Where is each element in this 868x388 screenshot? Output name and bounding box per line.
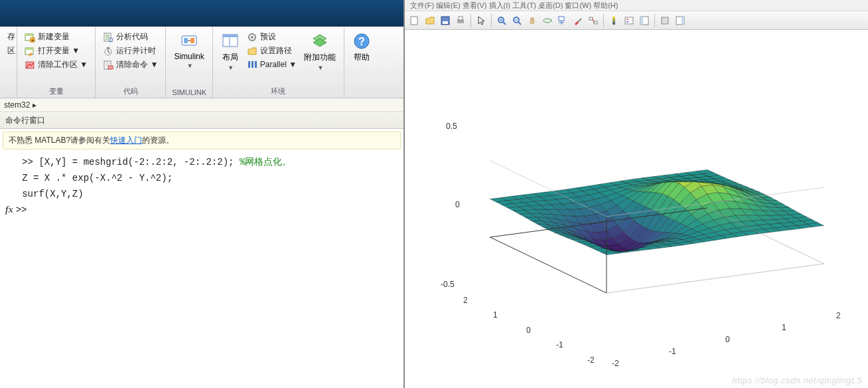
banner-text: 的资源。 xyxy=(142,136,174,145)
rotate3d-icon[interactable] xyxy=(540,13,555,28)
svg-line-44 xyxy=(578,19,581,22)
y-tick: 1 xyxy=(493,310,498,320)
clear-workspace-button[interactable]: 清除工作区 ▼ xyxy=(23,58,90,71)
brush-icon[interactable] xyxy=(571,13,585,28)
quickstart-link[interactable]: 快速入门 xyxy=(110,136,142,145)
clear-cmd-icon xyxy=(103,60,113,70)
toolbar-separator xyxy=(603,14,604,27)
zoom-out-icon[interactable] xyxy=(510,13,524,28)
ploteditor-icon[interactable] xyxy=(637,13,652,28)
banner-text: 不熟悉 MATLAB?请参阅有关 xyxy=(9,136,110,145)
setpath-button[interactable]: 设置路径 xyxy=(245,45,299,57)
pointer-icon[interactable] xyxy=(474,13,488,28)
link-icon[interactable] xyxy=(586,13,601,28)
prompt-line[interactable]: fx>> xyxy=(5,202,398,219)
chevron-down-icon: ▼ xyxy=(318,64,324,71)
y-tick: -2 xyxy=(587,355,595,365)
svg-rect-54 xyxy=(662,17,668,24)
figure-menubar[interactable]: 文件(F) 编辑(E) 查看(V) 插入(I) 工具(T) 桌面(D) 窗口(W… xyxy=(405,0,868,11)
svg-line-47 xyxy=(593,19,594,23)
analyze-code-icon xyxy=(103,32,113,43)
svg-line-463 xyxy=(607,264,824,293)
ribbon-group-label: 变量 xyxy=(21,85,91,98)
svg-rect-41 xyxy=(559,17,564,21)
toolbar-separator xyxy=(654,14,655,27)
datacursor-icon[interactable] xyxy=(555,13,570,28)
fx-icon[interactable]: fx xyxy=(5,205,13,215)
x-tick: 1 xyxy=(782,323,786,332)
open-var-icon xyxy=(25,46,35,56)
figure-window: 文件(F) 编辑(E) 查看(V) 插入(I) 工具(T) 桌面(D) 窗口(W… xyxy=(405,0,868,388)
surface-plot xyxy=(405,30,868,388)
pan-icon[interactable] xyxy=(525,13,540,28)
z-tick: 0 xyxy=(455,200,460,209)
simulink-button[interactable]: Simulink▼ xyxy=(170,29,208,87)
save-button-fragment[interactable]: 存 xyxy=(5,31,17,43)
simulink-icon xyxy=(180,32,198,50)
new-figure-icon[interactable] xyxy=(407,13,422,28)
code-line: surf(X,Y,Z) xyxy=(5,187,398,203)
z-tick: -0.5 xyxy=(441,280,455,289)
x-tick: -2 xyxy=(612,359,619,368)
zoom-in-icon[interactable] xyxy=(494,13,509,28)
ribbon-group-label: 环境 xyxy=(217,85,340,98)
svg-text:★: ★ xyxy=(31,38,35,43)
svg-rect-32 xyxy=(459,17,463,20)
svg-rect-30 xyxy=(443,21,448,24)
legend-icon[interactable] xyxy=(622,13,636,28)
svg-rect-10 xyxy=(107,47,109,48)
svg-line-34 xyxy=(503,22,506,25)
current-folder-path[interactable]: stem32 ▸ xyxy=(0,98,403,112)
x-tick: 0 xyxy=(725,335,730,344)
svg-rect-21 xyxy=(248,61,250,68)
chevron-down-icon: ▼ xyxy=(228,64,234,71)
clear-workspace-icon xyxy=(25,60,35,70)
new-var-icon: ★ xyxy=(25,32,35,43)
analyze-code-button[interactable]: 分析代码 xyxy=(101,31,160,43)
svg-rect-28 xyxy=(411,17,417,25)
ribbon-toolbar: 存 区 ★新建变量 打开变量 ▼ 清除工作区 ▼ 变量 分析代码 运行并计时 清… xyxy=(0,27,403,98)
figure-axes[interactable]: 0.5 0 -0.5 2 1 0 -1 -2 -2 -1 0 1 2 https… xyxy=(405,30,868,388)
z-tick: 0.5 xyxy=(446,122,457,131)
svg-point-20 xyxy=(251,36,253,39)
svg-rect-56 xyxy=(682,17,684,25)
svg-rect-48 xyxy=(613,17,615,25)
clear-commands-button[interactable]: 清除命令 ▼ xyxy=(101,58,160,71)
show-plottools-icon[interactable] xyxy=(673,13,687,28)
parallel-button[interactable]: Parallel ▼ xyxy=(245,58,299,70)
ribbon-group-label: SIMULINK xyxy=(170,87,208,98)
addons-button[interactable]: 附加功能▼ xyxy=(300,29,340,85)
x-tick: 2 xyxy=(836,311,841,320)
command-window[interactable]: >> [X,Y] = meshgrid(-2:.2:2, -2:.2:2); %… xyxy=(0,152,403,388)
x-tick: -1 xyxy=(669,347,676,356)
svg-rect-49 xyxy=(625,17,633,24)
svg-rect-45 xyxy=(589,17,593,20)
layout-button[interactable]: 布局▼ xyxy=(217,29,244,85)
colorbar-icon[interactable] xyxy=(607,13,621,28)
layout-icon xyxy=(221,32,240,50)
help-button[interactable]: ? 帮助 xyxy=(348,29,375,95)
ribbon-group-label: 代码 xyxy=(100,85,161,98)
open-variable-button[interactable]: 打开变量 ▼ xyxy=(23,45,90,57)
svg-rect-14 xyxy=(184,38,188,43)
save-icon[interactable] xyxy=(438,13,453,28)
help-icon: ? xyxy=(352,32,371,50)
hide-plottools-icon[interactable] xyxy=(658,13,672,28)
preferences-button[interactable]: 预设 xyxy=(245,31,299,43)
open-icon[interactable] xyxy=(423,13,437,28)
run-timer-icon xyxy=(103,46,113,56)
svg-rect-17 xyxy=(223,35,238,37)
new-variable-button[interactable]: ★新建变量 xyxy=(23,31,90,43)
workspace-button-fragment[interactable]: 区 xyxy=(5,45,17,57)
matlab-main-pane: 存 区 ★新建变量 打开变量 ▼ 清除工作区 ▼ 变量 分析代码 运行并计时 清… xyxy=(0,0,405,388)
y-tick: 2 xyxy=(463,296,468,305)
getting-started-banner: 不熟悉 MATLAB?请参阅有关快速入门的资源。 xyxy=(3,132,401,149)
figure-toolbar xyxy=(405,11,868,30)
toolbar-separator xyxy=(491,14,492,27)
svg-rect-46 xyxy=(594,21,597,24)
pref-icon xyxy=(247,32,257,43)
print-icon[interactable] xyxy=(453,13,468,28)
svg-rect-53 xyxy=(640,17,643,25)
run-timer-button[interactable]: 运行并计时 xyxy=(101,45,160,57)
svg-rect-1 xyxy=(25,34,33,36)
